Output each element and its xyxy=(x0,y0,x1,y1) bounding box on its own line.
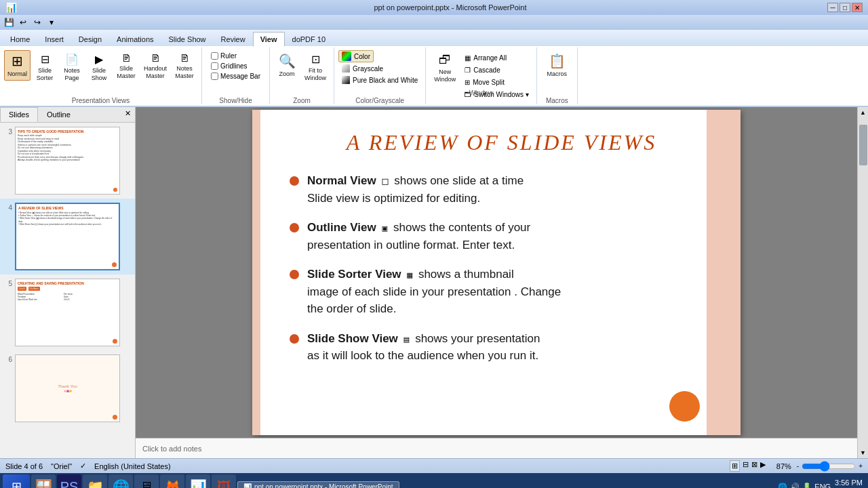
slides-panel: Slides Outline ✕ 3 Tips to create good P… xyxy=(0,107,136,458)
move-split-button[interactable]: ⊞ Move Split xyxy=(461,77,532,88)
window-title: ppt on powerpoint.pptx - Microsoft Power… xyxy=(73,3,827,12)
tray-battery-icon: 🔋 xyxy=(802,483,812,489)
message-bar-input[interactable] xyxy=(211,73,218,80)
move-split-icon: ⊞ xyxy=(465,79,470,86)
qat-dropdown-button[interactable]: ▾ xyxy=(45,16,58,28)
theme-name: "Oriel" xyxy=(51,462,72,470)
tab-animations[interactable]: Animations xyxy=(109,32,161,46)
fit-to-window-button[interactable]: ⊡ Fit toWindow xyxy=(301,50,330,85)
tab-view[interactable]: View xyxy=(253,32,285,47)
save-qat-button[interactable]: 💾 xyxy=(3,16,15,28)
handout-master-button[interactable]: 🖹 HandoutMaster xyxy=(140,50,170,83)
arrange-all-button[interactable]: ▦ Arrange All xyxy=(461,52,532,64)
normal-view-status-icon[interactable]: ⊞ xyxy=(730,460,740,472)
slide-title: A Review of Slide Views xyxy=(290,130,713,155)
normal-view-button[interactable]: ⊞ Normal xyxy=(4,50,31,81)
black-white-button[interactable]: Pure Black and White xyxy=(338,75,421,85)
slide-sorter-status-icon[interactable]: ⊟ xyxy=(743,460,749,472)
taskbar-app-excel[interactable]: 📊 xyxy=(186,474,210,488)
zoom-slider-container[interactable]: - + xyxy=(797,462,863,470)
grayscale-label: Grayscale xyxy=(353,65,383,73)
taskbar-active-powerpoint[interactable]: 📊 ppt on powerpoint.pptx - Microsoft Pow… xyxy=(237,481,399,489)
tab-design[interactable]: Design xyxy=(71,32,109,46)
scroll-thumb[interactable] xyxy=(859,125,867,165)
gridlines-checkbox[interactable]: Gridlines xyxy=(211,62,247,70)
slide-thumb-6[interactable]: 6 Thank You 🌸🌺🌼 xyxy=(0,350,135,426)
slide-content[interactable]: A Review of Slide Views Normal View □ sh… xyxy=(252,110,741,435)
quick-access-toolbar: 💾 ↩ ↪ ▾ xyxy=(0,15,868,30)
tab-home[interactable]: Home xyxy=(3,32,37,46)
tray-clock: 3:56 PM 7/9/2020 xyxy=(833,479,863,488)
macros-button[interactable]: 📋 Macros xyxy=(544,50,571,81)
fit-to-window-label: Fit toWindow xyxy=(304,67,326,82)
zoom-in-icon[interactable]: + xyxy=(859,462,863,470)
color-button[interactable]: Color xyxy=(338,50,374,62)
taskbar-app-explorer[interactable]: 📁 xyxy=(83,474,107,488)
redo-qat-button[interactable]: ↪ xyxy=(31,16,43,28)
macros-label: Macros xyxy=(547,70,568,78)
status-bar: Slide 4 of 6 "Oriel" ✓ English (United S… xyxy=(0,458,868,473)
slide3-mini-content: Keep each slide simple Keep sentences sh… xyxy=(18,134,117,162)
zoom-button[interactable]: 🔍 Zoom xyxy=(274,50,300,81)
slideshow-status-icon[interactable]: ▶ xyxy=(760,460,766,472)
ruler-input[interactable] xyxy=(211,52,218,60)
tab-slideshow[interactable]: Slide Show xyxy=(161,32,214,46)
slides-list: 3 Tips to create good Presentation Keep … xyxy=(0,123,135,458)
slide-master-icon: 🖹 xyxy=(121,53,131,64)
slide-master-button[interactable]: 🖹 SlideMaster xyxy=(113,50,139,83)
slide-thumb-4[interactable]: 4 A review of slide views • Normal View … xyxy=(0,199,135,274)
reading-view-status-icon[interactable]: ⊠ xyxy=(751,460,757,472)
ribbon-group-macros: 📋 Macros Macros xyxy=(537,47,578,104)
scroll-up-button[interactable]: ▲ xyxy=(858,107,869,118)
outline-tab[interactable]: Outline xyxy=(38,107,79,122)
notes-page-button[interactable]: 📄 NotesPage xyxy=(59,50,85,85)
minimize-button[interactable]: ─ xyxy=(827,3,838,12)
cascade-button[interactable]: ❐ Cascade xyxy=(461,64,532,76)
slide-thumb-5[interactable]: 5 Creating and Saving Presentation Ctrl+… xyxy=(0,274,135,350)
taskbar-app-browser1[interactable]: 🌐 xyxy=(108,474,133,488)
taskbar-app-windows[interactable]: 🪟 xyxy=(31,474,56,488)
close-button[interactable]: ✕ xyxy=(852,3,863,12)
slides-tab[interactable]: Slides xyxy=(0,107,38,122)
slide-viewport[interactable]: A Review of Slide Views Normal View □ sh… xyxy=(136,107,857,438)
taskbar-app-firefox[interactable]: 🦊 xyxy=(160,474,184,488)
taskbar-app-vnc[interactable]: 🖥 xyxy=(134,474,159,488)
ruler-checkbox[interactable]: Ruler xyxy=(211,52,237,60)
tab-insert[interactable]: Insert xyxy=(37,32,71,46)
panel-close-button[interactable]: ✕ xyxy=(121,107,135,122)
tab-review[interactable]: Review xyxy=(214,32,253,46)
normal-view-icon: ⊞ xyxy=(12,53,23,69)
new-window-button[interactable]: 🗗 NewWindow xyxy=(430,50,460,86)
zoom-slider[interactable] xyxy=(802,464,856,469)
maximize-button[interactable]: □ xyxy=(840,3,850,12)
notes-bar[interactable]: Click to add notes xyxy=(136,438,857,458)
zoom-label: Zoom xyxy=(279,70,295,78)
undo-qat-button[interactable]: ↩ xyxy=(17,16,29,28)
bullet-dot-4 xyxy=(290,334,299,344)
slide-show-view-button[interactable]: ▶ SlideShow xyxy=(86,50,112,85)
view-icons: ⊞ ⊟ ⊠ ▶ xyxy=(730,460,766,472)
vertical-scrollbar[interactable]: ▲ ▼ xyxy=(857,107,868,458)
taskbar-ppt-label: ppt on powerpoint.pptx - Microsoft Power… xyxy=(254,483,393,489)
slide-sorter-button[interactable]: ⊟ SlideSorter xyxy=(32,50,58,85)
ribbon-group-presentation-views: ⊞ Normal ⊟ SlideSorter 📄 NotesPage ▶ Sli… xyxy=(0,47,202,104)
notes-master-button[interactable]: 🖹 NotesMaster xyxy=(172,50,197,83)
color-icon xyxy=(342,52,351,61)
start-button[interactable]: ⊞ xyxy=(3,474,30,488)
tray-lang: ENG xyxy=(814,483,831,488)
new-window-icon: 🗗 xyxy=(439,53,451,67)
tab-dopdf[interactable]: doPDF 10 xyxy=(285,32,334,46)
taskbar-app-photoshop[interactable]: PS xyxy=(57,474,81,488)
message-bar-checkbox[interactable]: Message Bar xyxy=(211,72,260,81)
gridlines-input[interactable] xyxy=(211,62,218,70)
bullet-text-4: Slide Show View ▤ shows your presentatio… xyxy=(307,330,540,365)
slide-thumb-3[interactable]: 3 Tips to create good Presentation Keep … xyxy=(0,123,135,199)
scroll-down-button[interactable]: ▼ xyxy=(858,447,869,458)
language: English (United States) xyxy=(94,462,171,470)
taskbar-app-powerpoint[interactable]: 🖼 xyxy=(212,474,236,488)
grayscale-button[interactable]: Grayscale xyxy=(338,63,387,74)
slide-preview-4: A review of slide views • Normal View [▣… xyxy=(15,203,120,270)
slide-sorter-icon-inline: ▦ xyxy=(407,270,412,280)
bullet-dot-3 xyxy=(290,270,299,279)
zoom-out-icon[interactable]: - xyxy=(797,462,799,470)
